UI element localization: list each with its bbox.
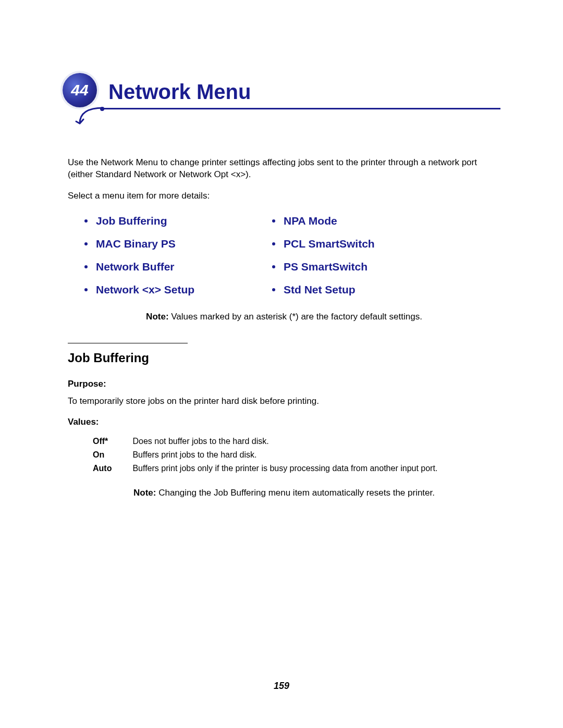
value-desc: Does not buffer jobs to the hard disk.	[132, 435, 437, 448]
bullet-icon	[84, 242, 88, 245]
value-key: On	[93, 448, 132, 462]
menu-item-network-x-setup[interactable]: Network <x> Setup	[84, 283, 251, 296]
bullet-icon	[272, 265, 275, 268]
chapter-badge: 44	[63, 73, 97, 107]
menu-link[interactable]: NPA Mode	[284, 215, 337, 227]
menu-link[interactable]: Network Buffer	[96, 261, 175, 273]
note-text: Values marked by an asterisk (*) are the…	[169, 312, 422, 322]
menu-item-npa-mode[interactable]: NPA Mode	[272, 215, 439, 227]
table-row: Off* Does not buffer jobs to the hard di…	[93, 435, 437, 448]
bullet-icon	[272, 288, 275, 291]
table-row: On Buffers print jobs to the hard disk.	[93, 448, 437, 462]
menu-item-pcl-smartswitch[interactable]: PCL SmartSwitch	[272, 238, 439, 250]
badge-tail-icon	[77, 108, 103, 129]
defaults-note: Note: Values marked by an asterisk (*) a…	[68, 312, 500, 322]
section-heading: Job Buffering	[68, 351, 500, 365]
value-key: Auto	[93, 462, 132, 475]
note-text: Changing the Job Buffering menu item aut…	[156, 488, 435, 498]
title-rule	[68, 105, 500, 126]
menu-item-std-net-setup[interactable]: Std Net Setup	[272, 283, 439, 296]
chapter-title: Network Menu	[108, 73, 500, 104]
menu-item-ps-smartswitch[interactable]: PS SmartSwitch	[272, 261, 439, 273]
menu-link[interactable]: MAC Binary PS	[96, 238, 176, 250]
bullet-icon	[272, 242, 275, 245]
section-divider	[68, 343, 188, 343]
chapter-heading: 44 Network Menu	[68, 73, 500, 126]
value-desc: Buffers print jobs to the hard disk.	[132, 448, 437, 462]
value-desc: Buffers print jobs only if the printer i…	[132, 462, 437, 475]
menu-item-network-buffer[interactable]: Network Buffer	[84, 261, 251, 273]
menu-link[interactable]: Std Net Setup	[284, 283, 356, 296]
note-label: Note:	[146, 312, 168, 322]
section-note: Note: Changing the Job Buffering menu it…	[68, 488, 500, 498]
bullet-icon	[84, 219, 88, 223]
intro-paragraph: Use the Network Menu to change printer s…	[68, 157, 500, 181]
bullet-icon	[84, 288, 88, 291]
menu-link[interactable]: Network <x> Setup	[96, 283, 194, 296]
note-label: Note:	[133, 488, 156, 498]
bullet-icon	[272, 219, 275, 223]
chapter-number: 44	[71, 81, 88, 99]
purpose-text: To temporarily store jobs on the printer…	[68, 396, 500, 408]
page: 44 Network Menu Use the Network Menu to …	[0, 0, 563, 728]
table-row: Auto Buffers print jobs only if the prin…	[93, 462, 437, 475]
values-label: Values:	[68, 417, 500, 427]
menu-link[interactable]: Job Buffering	[96, 215, 167, 227]
menu-link[interactable]: PS SmartSwitch	[284, 261, 368, 273]
page-number: 159	[0, 681, 563, 692]
values-table: Off* Does not buffer jobs to the hard di…	[93, 435, 437, 475]
bullet-icon	[84, 265, 88, 268]
value-key: Off*	[93, 435, 132, 448]
select-instruction: Select a menu item for more details:	[68, 190, 500, 202]
menu-item-job-buffering[interactable]: Job Buffering	[84, 215, 251, 227]
purpose-label: Purpose:	[68, 379, 500, 389]
menu-link[interactable]: PCL SmartSwitch	[284, 238, 375, 250]
menu-item-mac-binary-ps[interactable]: MAC Binary PS	[84, 238, 251, 250]
menu-item-grid: Job Buffering NPA Mode MAC Binary PS PCL…	[84, 215, 500, 296]
